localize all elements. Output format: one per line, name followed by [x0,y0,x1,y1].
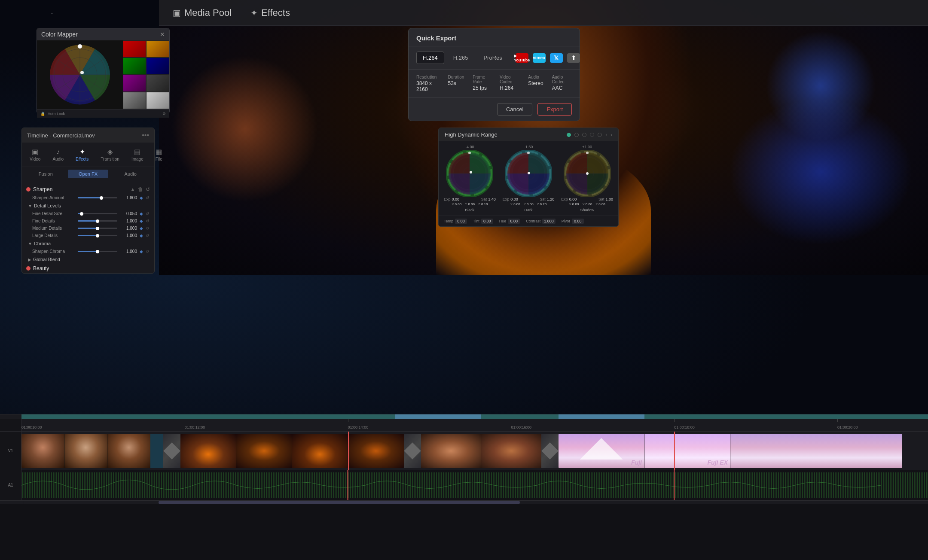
sharpen-chroma-reset[interactable]: ↺ [146,249,149,254]
hdr-pivot-value[interactable]: 0.00 [572,219,584,224]
clip-thumb-4b: Fuji EX [644,434,730,468]
transition-1[interactable] [163,434,180,468]
timeline-panel-menu[interactable]: ••• [142,131,149,139]
chroma-section[interactable]: ▼ Chroma [25,239,151,248]
sharpen-chroma-slider[interactable] [78,251,117,252]
fine-detail-size-slider[interactable] [78,213,117,214]
color-mapper-close-icon[interactable]: ✕ [160,31,165,38]
hdr-contrast-value[interactable]: 1.000 [542,219,556,224]
fine-detail-size-keyframe[interactable]: ◆ [140,211,143,216]
format-h265-button[interactable]: H.265 [447,52,475,64]
svg-point-8 [80,71,84,74]
detail-levels-section[interactable]: ▼ Detail Levels [25,201,151,210]
transition-2[interactable] [404,434,421,468]
format-h264-button[interactable]: H.264 [416,52,444,64]
fine-details-reset[interactable]: ↺ [146,219,149,223]
large-details-row: Large Details 1.000 ◆ ↺ [25,232,151,239]
tab-video[interactable]: ▣ Video [26,146,44,163]
sharpen-up-btn[interactable]: ▲ [130,186,135,192]
hdr-prev-btn[interactable]: ‹ [605,132,607,138]
fine-details-slider[interactable] [78,220,117,222]
hdr-shadow-wheel[interactable] [564,150,611,197]
cm-lock-icon[interactable]: 🔒 [40,112,45,116]
detail-levels-name: Detail Levels [34,203,61,208]
sub-tab-audio[interactable]: Audio [110,170,151,178]
sharpen-amount-slider[interactable] [78,197,117,198]
tab-video-icon: ▣ [32,148,38,156]
tab-video-label: Video [30,157,40,161]
youtube-icon[interactable]: ▶ YouTube [516,53,528,63]
fine-details-keyframe[interactable]: ◆ [140,219,143,223]
sharpen-delete-btn[interactable]: 🗑 [138,186,143,192]
medium-details-row: Medium Details 1.000 ◆ ↺ [25,225,151,232]
scroll-thumb-inner[interactable] [159,501,520,504]
qe-audio-value: Stereo [528,80,543,86]
svg-point-35 [586,172,589,175]
hdr-tint-value[interactable]: 0.00 [481,219,493,224]
tab-image[interactable]: ▤ Image [128,146,147,163]
tab-transition[interactable]: ◈ Transition [97,146,123,163]
vimeo-icon[interactable]: vimeo [533,53,546,63]
twitter-icon[interactable]: 𝕏 [550,53,563,63]
share-icon[interactable]: ⬆ [567,53,580,63]
medium-details-reset[interactable]: ↺ [146,226,149,231]
clip-1[interactable] [21,434,163,468]
large-details-reset[interactable]: ↺ [146,233,149,238]
hdr-shadow-xyz: X0.00 Y0.00 Z0.00 [568,201,607,207]
star [52,13,52,14]
clip-thumb-1c [107,434,150,468]
fine-detail-size-reset[interactable]: ↺ [146,211,149,216]
effects-toolbar-icon: ✦ [250,8,258,18]
effects-toolbar-button[interactable]: ✦ Effects [245,5,295,21]
color-mapper-panel: Color Mapper ✕ [37,28,170,114]
sharpen-amount-keyframe[interactable]: ◆ [140,195,143,200]
hdr-black-label: Black [465,208,474,212]
transition-3[interactable] [541,434,559,468]
cancel-button[interactable]: Cancel [497,103,532,116]
tab-effects[interactable]: ✦ Effects [72,146,92,163]
svg-rect-39 [21,470,928,500]
export-button[interactable]: Export [537,103,572,116]
tick-1 [185,419,185,422]
bokeh-left [159,43,331,215]
chroma-name: Chroma [34,241,51,246]
hdr-temp-value[interactable]: 0.00 [455,219,467,224]
sharpen-amount-row: Sharpen Amount 1.800 ◆ ↺ [25,194,151,201]
hdr-next-btn[interactable]: › [611,132,612,138]
large-details-keyframe[interactable]: ◆ [140,233,143,238]
sharpen-chroma-label: Sharpen Chroma [32,249,75,254]
global-blend-section[interactable]: ▶ Global Blend [25,255,151,264]
clip-2[interactable] [180,434,404,468]
detail-levels-arrow: ▼ [28,204,32,208]
clip-3[interactable] [421,434,541,468]
tab-audio[interactable]: ♪ Audio [49,146,67,163]
hdr-contrast-param: Contrast 1.000 [526,219,556,224]
tc-4: 01:00:18:00 [674,425,695,429]
medium-details-keyframe[interactable]: ◆ [140,226,143,231]
hdr-shadow-range: +1.00 [582,145,592,149]
medium-details-slider[interactable] [78,228,117,229]
sharpen-amount-reset[interactable]: ↺ [146,195,149,200]
cm-settings-icon[interactable]: ⚙ [162,112,166,116]
audio-track-content [21,470,928,500]
tc-2: 01:00:14:00 [348,425,369,429]
tab-file[interactable]: ▦ File [152,146,166,163]
sub-tab-openfx[interactable]: Open FX [68,170,109,178]
sub-tab-fusion[interactable]: Fusion [25,170,66,178]
hdr-black-range: -4.00 [465,145,474,149]
sharpen-reset-btn[interactable]: ↺ [146,186,150,192]
hdr-dark-wheel[interactable] [505,150,552,197]
format-prores-button[interactable]: ProRes [477,52,508,64]
media-pool-button[interactable]: ▣ Media Pool [168,5,237,21]
tab-audio-icon: ♪ [56,148,60,156]
beauty-active-dot[interactable] [26,266,31,271]
hdr-hue-value[interactable]: 0.00 [508,219,520,224]
hdr-black-wheel[interactable] [446,150,493,197]
sharpen-chroma-keyframe[interactable]: ◆ [140,249,143,254]
beauty-effect-header: Beauty [25,264,151,273]
clip-4[interactable]: Fuji Fuji EX [559,434,902,468]
timeline-scrollbar[interactable] [0,500,928,504]
large-details-slider[interactable] [78,235,117,236]
sharpen-active-dot[interactable] [26,187,31,192]
hdr-hue-param: Hue 0.00 [499,219,520,224]
